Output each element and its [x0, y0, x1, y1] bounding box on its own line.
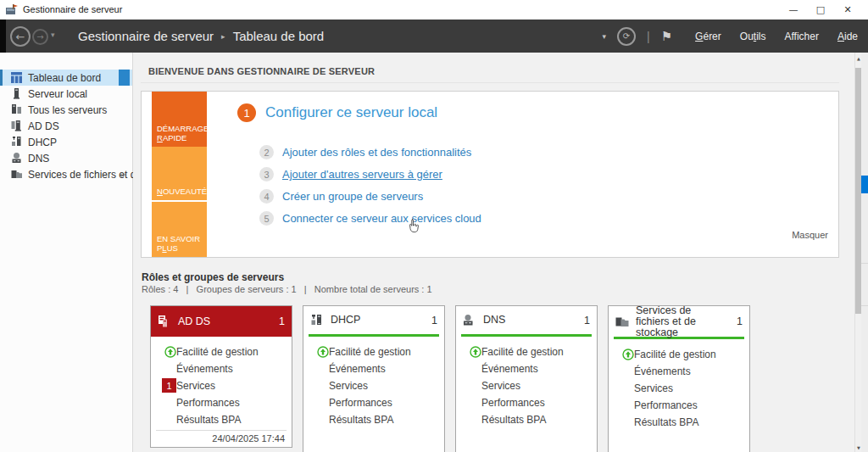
- tile-row-label: Événements: [329, 363, 386, 375]
- window-title: Gestionnaire de serveur: [23, 4, 122, 14]
- sidebar-item-label: DNS: [28, 153, 49, 165]
- services-alert-badge[interactable]: 1: [162, 378, 176, 393]
- tile-row-services[interactable]: Services: [609, 380, 749, 397]
- strip-tab-label: NOUVEAUTÉS: [157, 187, 212, 196]
- tile-row-manageability[interactable]: Facilité de gestion: [151, 343, 292, 360]
- scrollbar-thumb[interactable]: [855, 68, 861, 314]
- hand-cursor: [407, 218, 421, 236]
- history-chevron-down-icon[interactable]: ▾: [51, 31, 55, 39]
- tile-row-bpa[interactable]: Résultats BPA: [303, 411, 444, 428]
- notifications-chevron-down-icon[interactable]: ▾: [602, 32, 606, 41]
- strip-tab-nouveautes[interactable]: NOUVEAUTÉS: [152, 147, 207, 202]
- strip-tab-en-savoir-plus[interactable]: EN SAVOIR PLUS: [152, 202, 207, 257]
- tile-row-label: Performances: [481, 397, 545, 409]
- step-3-badge: 3: [259, 167, 274, 181]
- breadcrumb-current[interactable]: Tableau de bord: [233, 29, 325, 43]
- sidebar-item-label: Tous les serveurs: [28, 104, 107, 116]
- tile-title: DNS: [483, 315, 505, 326]
- tile-row-manageability[interactable]: Facilité de gestion: [303, 343, 444, 360]
- sidebar-item-dhcp[interactable]: DHCP: [0, 134, 132, 150]
- vertical-scrollbar[interactable]: ▲ ▼: [854, 53, 861, 452]
- background-window-edge: [861, 53, 868, 452]
- menu-outils[interactable]: Outils: [740, 31, 766, 42]
- tile-dns[interactable]: DNS 1 Facilité de gestion Événements Ser…: [455, 305, 598, 452]
- tile-row-label: Résultats BPA: [329, 414, 393, 426]
- tile-header[interactable]: Services de fichiers et de stockage 1: [609, 306, 749, 337]
- sidebar-item-tableau-de-bord[interactable]: Tableau de bord: [0, 70, 132, 86]
- tile-row-bpa[interactable]: Résultats BPA: [609, 414, 749, 431]
- breadcrumb-separator-icon: ▸: [221, 32, 225, 41]
- menu-gerer[interactable]: Gérer: [695, 31, 721, 42]
- step-4-badge: 4: [259, 189, 274, 204]
- tile-header[interactable]: AD DS 1: [151, 306, 292, 337]
- tile-row-services[interactable]: Services: [303, 377, 444, 394]
- sidebar-item-dns[interactable]: DNS: [0, 150, 132, 166]
- expand-right-icon[interactable]: ▷: [121, 170, 126, 178]
- tile-row-label: Résultats BPA: [634, 416, 698, 428]
- tile-row-events[interactable]: Événements: [609, 363, 749, 380]
- tile-row-label: Événements: [176, 363, 233, 375]
- sidebar-item-ad-ds[interactable]: AD DS: [0, 118, 132, 134]
- all-servers-icon: [11, 104, 22, 115]
- sidebar-item-services-fichiers[interactable]: Services de fichiers et d… ▷: [0, 166, 132, 182]
- tile-title: AD DS: [178, 316, 210, 327]
- tile-row-label: Facilité de gestion: [329, 346, 411, 358]
- manageability-up-icon: [470, 346, 481, 358]
- tile-row-performance[interactable]: Performances: [151, 394, 292, 411]
- minimize-button[interactable]: —: [780, 0, 807, 20]
- tile-row-label: Événements: [634, 366, 691, 377]
- step-4-link[interactable]: Créer un groupe de serveurs: [282, 190, 423, 203]
- tile-row-events[interactable]: Événements: [151, 360, 292, 377]
- tile-row-services[interactable]: 1 Services: [151, 377, 292, 394]
- tile-row-performance[interactable]: Performances: [609, 397, 749, 414]
- window-titlebar: Gestionnaire de serveur — □ ✕: [0, 0, 868, 20]
- step-2-link[interactable]: Ajouter des rôles et des fonctionnalités: [282, 146, 471, 159]
- tile-row-events[interactable]: Événements: [456, 360, 597, 377]
- tile-row-bpa[interactable]: Résultats BPA: [151, 411, 292, 428]
- tile-count: 1: [431, 315, 437, 326]
- close-button[interactable]: ✕: [834, 0, 861, 20]
- refresh-icon[interactable]: ⟳: [617, 27, 636, 46]
- tile-row-label: Services: [329, 380, 368, 392]
- hide-welcome-link[interactable]: Masquer: [792, 230, 828, 240]
- tile-ad-ds[interactable]: AD DS 1 Facilité de gestion Événements 1…: [150, 305, 292, 448]
- forward-button[interactable]: →: [32, 29, 48, 45]
- tile-timestamp: 24/04/2025 17:44: [212, 433, 285, 444]
- tile-row-performance[interactable]: Performances: [456, 394, 597, 411]
- file-storage-tile-icon: [615, 315, 629, 327]
- tile-row-bpa[interactable]: Résultats BPA: [456, 411, 597, 428]
- role-tiles: AD DS 1 Facilité de gestion Événements 1…: [150, 305, 750, 452]
- tile-row-services[interactable]: Services: [456, 377, 597, 394]
- tile-row-label: Facilité de gestion: [176, 346, 259, 358]
- tile-row-label: Services: [481, 380, 520, 392]
- step-3-link[interactable]: Ajouter d'autres serveurs à gérer: [282, 168, 442, 181]
- sidebar-item-serveur-local[interactable]: Serveur local: [0, 86, 132, 102]
- back-button[interactable]: ←: [10, 26, 31, 47]
- step-5-link[interactable]: Connecter ce serveur aux services cloud: [282, 212, 481, 225]
- menu-aide[interactable]: Aide: [837, 31, 858, 42]
- tile-dhcp[interactable]: DHCP 1 Facilité de gestion Événements Se…: [303, 305, 445, 452]
- roles-section-title: Rôles et groupes de serveurs: [142, 271, 284, 283]
- tile-file-storage-services[interactable]: Services de fichiers et de stockage 1 Fa…: [608, 305, 750, 452]
- tile-row-events[interactable]: Événements: [303, 360, 444, 377]
- tile-row-manageability[interactable]: Facilité de gestion: [456, 343, 597, 360]
- tile-footer-divider: [156, 430, 287, 431]
- tile-row-label: Performances: [329, 397, 392, 409]
- step-1-badge: 1: [237, 103, 256, 122]
- strip-tab-demarrage-rapide[interactable]: DÉMARRAGE RAPIDE: [152, 92, 207, 147]
- tile-row-manageability[interactable]: Facilité de gestion: [609, 346, 749, 363]
- sidebar-nav: Tableau de bord Serveur local Tous les s…: [0, 53, 133, 452]
- maximize-button[interactable]: □: [807, 0, 834, 20]
- tile-row-performance[interactable]: Performances: [303, 394, 444, 411]
- screen-edge-sliver: [0, 20, 6, 53]
- breadcrumb-root[interactable]: Gestionnaire de serveur: [78, 29, 214, 43]
- menu-afficher[interactable]: Afficher: [785, 31, 819, 42]
- dns-tile-icon: [463, 315, 476, 326]
- manageability-up-icon: [317, 346, 329, 358]
- step-1-link[interactable]: Configurer ce serveur local: [265, 104, 437, 121]
- background-window-accent: [861, 176, 868, 193]
- notifications-flag-icon[interactable]: ⚑: [661, 29, 672, 44]
- tile-header[interactable]: DNS 1: [456, 306, 597, 334]
- tile-header[interactable]: DHCP 1: [303, 306, 444, 334]
- sidebar-item-tous-les-serveurs[interactable]: Tous les serveurs: [0, 102, 132, 118]
